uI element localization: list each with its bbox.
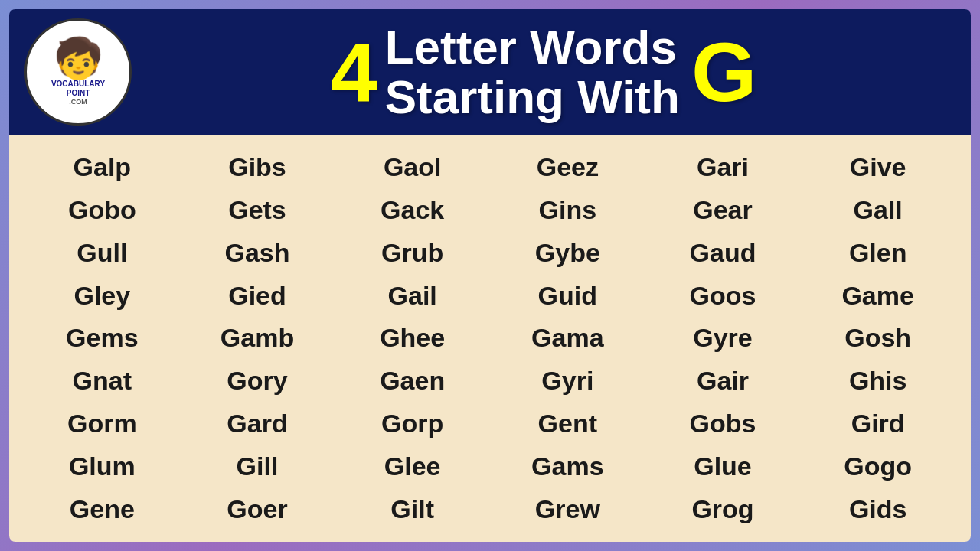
word-cell: Gogo xyxy=(800,445,956,487)
word-cell: Gack xyxy=(335,189,490,232)
word-cell: Gull xyxy=(24,232,180,275)
word-cell: Glum xyxy=(24,445,180,487)
header: 🧒 VOCABULARY POINT .COM 4 Letter Words S… xyxy=(9,9,971,135)
word-cell: Gene xyxy=(24,487,180,530)
word-cell: Gets xyxy=(180,189,335,232)
word-cell: Gobs xyxy=(645,403,801,445)
header-title: 4 Letter Words Starting With G xyxy=(132,22,956,122)
logo-mascot: 🧒 xyxy=(54,38,103,78)
word-cell: Gamb xyxy=(180,317,335,360)
word-cell: Gory xyxy=(180,360,335,403)
word-cell: Gnat xyxy=(24,360,180,403)
word-cell: Gama xyxy=(490,317,645,360)
word-cell: Gobo xyxy=(24,189,180,232)
word-cell: Gair xyxy=(645,360,801,403)
title-line1: Letter Words xyxy=(385,22,680,72)
word-cell: Gall xyxy=(800,189,956,232)
word-cell: Grog xyxy=(645,487,801,530)
word-cell: Gins xyxy=(490,189,645,232)
word-cell: Gaud xyxy=(645,232,801,275)
logo-text-line2: POINT xyxy=(67,89,90,98)
word-cell: Geez xyxy=(490,146,645,189)
word-cell: Glee xyxy=(335,445,490,487)
word-cell: Glen xyxy=(800,232,956,275)
word-cell: Gill xyxy=(180,445,335,487)
word-cell: Gorm xyxy=(24,403,180,445)
word-cell: Gley xyxy=(24,274,180,317)
word-cell: Ghis xyxy=(800,360,956,403)
word-cell: Gids xyxy=(800,487,956,530)
word-cell: Give xyxy=(800,146,956,189)
word-cell: Gash xyxy=(180,232,335,275)
word-cell: Gosh xyxy=(800,317,956,360)
word-cell: Gard xyxy=(180,403,335,445)
word-cell: Galp xyxy=(24,146,180,189)
page-wrapper: 🧒 VOCABULARY POINT .COM 4 Letter Words S… xyxy=(0,0,980,551)
logo-text-line1: VOCABULARY xyxy=(51,80,105,89)
word-cell: Gail xyxy=(335,274,490,317)
word-cell: Gibs xyxy=(180,146,335,189)
word-cell: Ghee xyxy=(335,317,490,360)
word-cell: Gilt xyxy=(335,487,490,530)
logo-text-line3: .COM xyxy=(69,98,87,106)
word-cell: Gaol xyxy=(335,146,490,189)
title-number: 4 xyxy=(331,30,377,114)
word-cell: Grew xyxy=(490,487,645,530)
word-cell: Gorp xyxy=(335,403,490,445)
word-cell: Guid xyxy=(490,274,645,317)
word-cell: Goer xyxy=(180,487,335,530)
word-grid: GalpGibsGaolGeezGariGiveGoboGetsGackGins… xyxy=(9,135,971,542)
word-cell: Gybe xyxy=(490,232,645,275)
word-cell: Goos xyxy=(645,274,801,317)
title-letter: G xyxy=(691,30,757,114)
word-cell: Gams xyxy=(490,445,645,487)
word-cell: Gied xyxy=(180,274,335,317)
word-cell: Gent xyxy=(490,403,645,445)
word-cell: Glue xyxy=(645,445,801,487)
word-cell: Gyri xyxy=(490,360,645,403)
word-cell: Grub xyxy=(335,232,490,275)
word-cell: Game xyxy=(800,274,956,317)
word-cell: Gems xyxy=(24,317,180,360)
title-text-block: Letter Words Starting With xyxy=(385,22,680,122)
word-cell: Gear xyxy=(645,189,801,232)
word-cell: Gird xyxy=(800,403,956,445)
title-line2: Starting With xyxy=(385,72,680,122)
word-cell: Gari xyxy=(645,146,801,189)
word-cell: Gaen xyxy=(335,360,490,403)
word-cell: Gyre xyxy=(645,317,801,360)
logo: 🧒 VOCABULARY POINT .COM xyxy=(24,18,132,126)
